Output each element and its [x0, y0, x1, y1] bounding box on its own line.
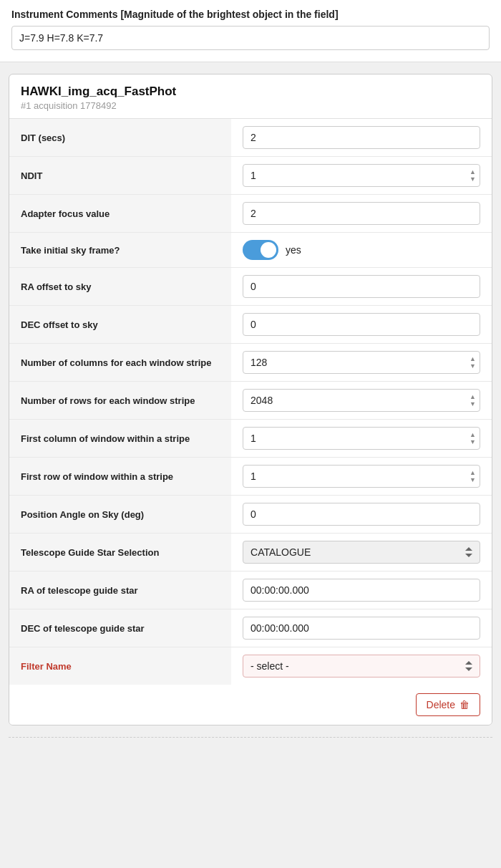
dec-offset-input[interactable] — [243, 313, 480, 336]
delete-row: Delete 🗑 — [9, 685, 492, 725]
table-row: RA of telescope guide star — [9, 572, 492, 609]
field-label-num-columns: Number of columns for each window stripe — [9, 344, 231, 382]
field-value-dit — [231, 119, 492, 157]
first-column-spinner[interactable]: ▲ ▼ — [470, 432, 476, 445]
table-row: Position Angle on Sky (deg) — [9, 496, 492, 534]
ndit-input[interactable] — [243, 164, 480, 187]
field-label-ndit: NDIT — [9, 157, 231, 195]
field-value-first-row: ▲ ▼ — [231, 458, 492, 496]
field-label-guide-star-selection: Telescope Guide Star Selection — [9, 534, 231, 572]
field-value-ndit: ▲ ▼ — [231, 157, 492, 195]
field-value-adapter-focus — [231, 195, 492, 233]
num-rows-spinner[interactable]: ▲ ▼ — [470, 394, 476, 408]
table-row: RA offset to sky — [9, 268, 492, 306]
field-label-adapter-focus: Adapter focus value — [9, 195, 231, 233]
num-rows-input[interactable] — [243, 389, 480, 412]
field-label-dit: DIT (secs) — [9, 119, 231, 157]
ndit-down-button[interactable]: ▼ — [470, 176, 476, 183]
first-column-up-button[interactable]: ▲ — [470, 432, 476, 438]
num-columns-up-button[interactable]: ▲ — [470, 356, 476, 362]
table-row: NDIT ▲ ▼ — [9, 157, 492, 195]
position-angle-input[interactable] — [243, 503, 480, 526]
table-row: Take initial sky frame? yes — [9, 233, 492, 268]
field-label-dec-offset: DEC offset to sky — [9, 306, 231, 344]
instrument-comments-section: Instrument Comments [Magnitude of the br… — [0, 0, 501, 62]
table-row: DIT (secs) — [9, 119, 492, 157]
ndit-up-button[interactable]: ▲ — [470, 169, 476, 175]
bottom-divider — [9, 737, 492, 738]
num-columns-input[interactable] — [243, 351, 480, 374]
card-title: HAWKI_img_acq_FastPhot — [21, 85, 480, 99]
guide-star-select[interactable]: CATALOGUE NONE AUTO — [243, 541, 480, 564]
field-value-guide-star-selection: CATALOGUE NONE AUTO — [231, 534, 492, 572]
first-row-input[interactable] — [243, 465, 480, 488]
delete-label: Delete — [427, 699, 455, 710]
field-value-dec-guide-star — [231, 609, 492, 647]
field-value-dec-offset — [231, 306, 492, 344]
toggle-slider — [243, 240, 278, 260]
first-column-input[interactable] — [243, 427, 480, 450]
num-rows-down-button[interactable]: ▼ — [470, 401, 476, 408]
dit-input[interactable] — [243, 126, 480, 149]
instrument-comments-label: Instrument Comments [Magnitude of the br… — [11, 9, 490, 20]
instrument-comments-value: J=7.9 H=7.8 K=7.7 — [11, 26, 490, 50]
field-value-ra-guide-star — [231, 572, 492, 609]
field-value-ra-offset — [231, 268, 492, 306]
field-value-num-rows: ▲ ▼ — [231, 382, 492, 420]
ra-offset-input[interactable] — [243, 275, 480, 298]
main-card: HAWKI_img_acq_FastPhot #1 acquisition 17… — [9, 74, 492, 725]
field-value-filter-name: - select - J H K Ks Y NB1060 NB2090 — [231, 647, 492, 685]
card-subtitle: #1 acquisition 1778492 — [21, 100, 480, 111]
table-row: First row of window within a stripe ▲ ▼ — [9, 458, 492, 496]
field-label-dec-guide-star: DEC of telescope guide star — [9, 609, 231, 647]
table-row: Number of columns for each window stripe… — [9, 344, 492, 382]
card-header: HAWKI_img_acq_FastPhot #1 acquisition 17… — [9, 74, 492, 119]
field-value-num-columns: ▲ ▼ — [231, 344, 492, 382]
toggle-sky-frame[interactable] — [243, 240, 278, 260]
num-rows-up-button[interactable]: ▲ — [470, 394, 476, 400]
toggle-wrap: yes — [243, 240, 480, 260]
ndit-spinner[interactable]: ▲ ▼ — [470, 169, 476, 183]
field-label-first-row: First row of window within a stripe — [9, 458, 231, 496]
table-row: Adapter focus value — [9, 195, 492, 233]
table-row: Telescope Guide Star Selection CATALOGUE… — [9, 534, 492, 572]
table-row: Filter Name - select - J H K Ks Y NB1060… — [9, 647, 492, 685]
first-row-up-button[interactable]: ▲ — [470, 470, 476, 476]
field-label-first-column: First column of window within a stripe — [9, 420, 231, 458]
toggle-label-yes: yes — [286, 244, 301, 256]
field-label-filter-name: Filter Name — [9, 647, 231, 685]
first-column-down-button[interactable]: ▼ — [470, 439, 476, 445]
field-label-position-angle: Position Angle on Sky (deg) — [9, 496, 231, 534]
num-columns-spinner[interactable]: ▲ ▼ — [470, 356, 476, 370]
num-columns-down-button[interactable]: ▼ — [470, 363, 476, 370]
dec-guide-star-input[interactable] — [243, 617, 480, 640]
form-table: DIT (secs) NDIT ▲ ▼ — [9, 119, 492, 685]
field-value-sky-frame: yes — [231, 233, 492, 268]
field-value-first-column: ▲ ▼ — [231, 420, 492, 458]
first-row-down-button[interactable]: ▼ — [470, 477, 476, 483]
table-row: DEC of telescope guide star — [9, 609, 492, 647]
field-label-ra-offset: RA offset to sky — [9, 268, 231, 306]
delete-button[interactable]: Delete 🗑 — [416, 693, 480, 716]
field-value-position-angle — [231, 496, 492, 534]
first-row-spinner[interactable]: ▲ ▼ — [470, 470, 476, 483]
table-row: First column of window within a stripe ▲… — [9, 420, 492, 458]
field-label-num-rows: Number of rows for each window stripe — [9, 382, 231, 420]
field-label-sky-frame: Take initial sky frame? — [9, 233, 231, 268]
adapter-focus-input[interactable] — [243, 202, 480, 225]
filter-name-select[interactable]: - select - J H K Ks Y NB1060 NB2090 — [243, 655, 480, 677]
table-row: DEC offset to sky — [9, 306, 492, 344]
ra-guide-star-input[interactable] — [243, 579, 480, 602]
table-row: Number of rows for each window stripe ▲ … — [9, 382, 492, 420]
field-label-ra-guide-star: RA of telescope guide star — [9, 572, 231, 609]
trash-icon: 🗑 — [459, 699, 470, 710]
